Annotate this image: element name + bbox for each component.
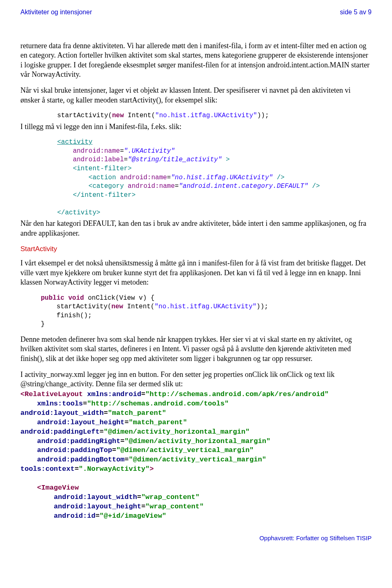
code-manifest-xml: <activity android:name=".UKActivity" and… <box>57 138 372 217</box>
code-onclick: public void onClick(View v) { startActiv… <box>41 294 372 329</box>
body-para-2: Når vi skal bruke intensjoner, lager vi … <box>20 86 372 105</box>
header-right: side 5 av 9 <box>340 8 372 17</box>
section-heading-startactivity: StartActivity <box>20 245 372 254</box>
body-para-5: I vårt eksempel er det nokså uhensiktsme… <box>20 258 372 287</box>
body-para-7: I activity_norway.xml legger jeg inn en … <box>20 370 372 389</box>
page-header: Aktiviteter og intensjoner side 5 av 9 <box>20 8 372 17</box>
body-para-4: Når den har kategori DEFAULT, kan den ta… <box>20 219 372 238</box>
body-para-1: returnere data fra denne aktiviteten. Vi… <box>20 41 372 80</box>
header-left: Aktiviteter og intensjoner <box>20 8 92 17</box>
code-startactivity-1: startActivity(new Intent("no.hist.itfag.… <box>57 111 372 120</box>
body-para-6: Denne metoden definerer hva som skal hen… <box>20 335 372 363</box>
code-layout-xml: <RelativeLayout xmlns:android="http://sc… <box>20 390 372 521</box>
body-para-3: I tillegg må vi legge den inn i Manifest… <box>20 122 372 131</box>
page-footer: Opphavsrett: Forfatter og Stiftelsen TIS… <box>20 534 372 542</box>
